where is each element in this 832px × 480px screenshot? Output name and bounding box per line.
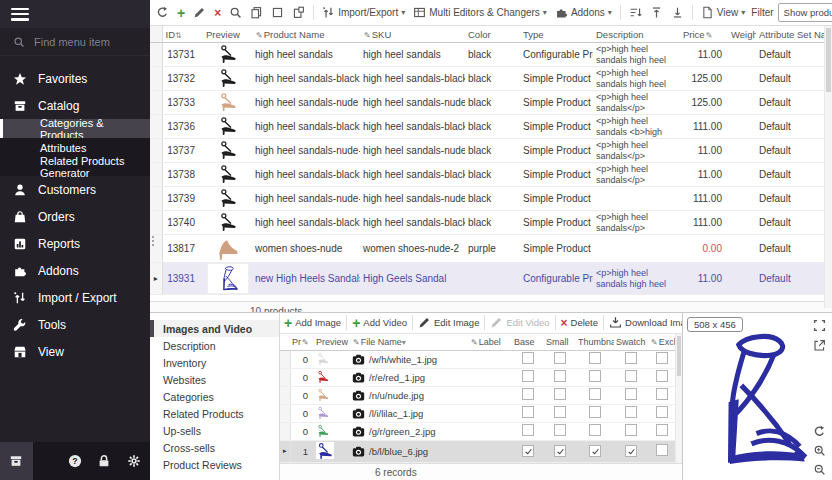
swatch-checkbox[interactable] bbox=[625, 352, 637, 364]
zoom-out-button[interactable] bbox=[812, 462, 827, 477]
swatch-checkbox[interactable] bbox=[625, 406, 637, 418]
column-header-sku[interactable]: ✎SKU bbox=[360, 26, 465, 43]
thumbnail-checkbox[interactable] bbox=[589, 352, 601, 364]
sort-button[interactable] bbox=[627, 4, 644, 21]
base-checkbox[interactable] bbox=[522, 352, 534, 364]
image-grid-scrollbar[interactable] bbox=[675, 334, 682, 463]
square-button[interactable] bbox=[269, 4, 286, 21]
move-up-button[interactable] bbox=[648, 4, 665, 21]
base-checkbox[interactable] bbox=[522, 445, 534, 457]
sidebar-item-categories-products[interactable]: Categories & Products bbox=[0, 119, 150, 138]
copy-button[interactable] bbox=[248, 4, 265, 21]
swatch-checkbox[interactable] bbox=[625, 424, 637, 436]
sidebar-item-addons[interactable]: Addons bbox=[0, 257, 150, 284]
delete-button[interactable]: ×Delete bbox=[561, 317, 598, 328]
menu-multi-editors-changers[interactable]: Multi Editors & Changers▾ bbox=[411, 4, 549, 21]
sidebar-item-import-export[interactable]: Import / Export bbox=[0, 284, 150, 311]
base-checkbox[interactable] bbox=[522, 406, 534, 418]
image-column-header-swatch[interactable]: Swatch bbox=[614, 334, 648, 351]
tab-cross-sells[interactable]: Cross-sells bbox=[150, 439, 279, 456]
product-row[interactable]: 13733high heel sandals-nudehigh heel san… bbox=[150, 91, 825, 115]
image-row[interactable]: 0/r/e/red_1.jpg bbox=[280, 368, 676, 386]
view-menu[interactable]: View▾ bbox=[699, 4, 748, 21]
refresh-button[interactable] bbox=[812, 424, 827, 439]
column-header-color[interactable]: Color bbox=[465, 26, 520, 43]
small-checkbox[interactable] bbox=[554, 424, 566, 436]
menu-import-export[interactable]: Import/Export▾ bbox=[320, 4, 407, 21]
product-row[interactable]: 13732high heel sandals-blackhigh heel sa… bbox=[150, 67, 825, 91]
image-column-header-label[interactable]: ✎Label bbox=[468, 334, 512, 351]
sidebar-item-tools[interactable]: Tools bbox=[0, 311, 150, 338]
product-row[interactable]: 13737high heel sandals-nude-36high heel … bbox=[150, 139, 825, 163]
plus-button[interactable]: + bbox=[175, 6, 187, 20]
search-button[interactable] bbox=[227, 4, 244, 21]
image-column-header-thumbna[interactable]: Thumbna bbox=[576, 334, 614, 351]
refresh-button[interactable] bbox=[154, 4, 171, 21]
sidebar-item-favorites[interactable]: Favorites bbox=[0, 65, 150, 92]
menu-toggle-icon[interactable] bbox=[11, 8, 29, 21]
panel-splitter-handle[interactable] bbox=[150, 228, 155, 254]
category-filter-select[interactable]: Show products from selected categories▾ bbox=[778, 3, 832, 22]
move-down-button[interactable] bbox=[669, 4, 686, 21]
small-checkbox[interactable] bbox=[554, 388, 566, 400]
image-column-header-base[interactable]: Base bbox=[512, 334, 544, 351]
exclude-checkbox[interactable] bbox=[656, 370, 668, 382]
product-row[interactable]: 13738high heel sandals-black-37high heel… bbox=[150, 163, 825, 187]
sidebar-item-orders[interactable]: Orders bbox=[0, 203, 150, 230]
swatch-checkbox[interactable] bbox=[625, 370, 637, 382]
product-row[interactable]: 13731high heel sandalshigh heel sandalsb… bbox=[150, 43, 825, 67]
sidebar-bottom-archive-button[interactable] bbox=[0, 442, 33, 480]
exclude-checkbox[interactable] bbox=[656, 406, 668, 418]
product-row[interactable]: 13736high heel sandals-black-36high heel… bbox=[150, 115, 825, 139]
sidebar-item-related-products-generator[interactable]: Related Products Generator bbox=[0, 157, 150, 176]
column-header-weight[interactable]: Weight bbox=[728, 26, 756, 43]
tab-websites[interactable]: Websites bbox=[150, 371, 279, 388]
column-header-id[interactable]: ID⇅ bbox=[162, 26, 203, 43]
thumbnail-checkbox[interactable] bbox=[589, 406, 601, 418]
column-header-type[interactable]: Type bbox=[520, 26, 593, 43]
product-row[interactable]: 13817women shoes-nudewomen shoes-nude-2p… bbox=[150, 235, 825, 263]
sidebar-bottom-gear-button[interactable] bbox=[120, 442, 148, 480]
product-grid-scrollbar[interactable] bbox=[824, 26, 832, 308]
column-header-attribute-set-name[interactable]: Attribute Set Name bbox=[756, 26, 825, 43]
product-row[interactable]: ▸13931new High Heels SandalsHigh Geels S… bbox=[150, 263, 825, 295]
external-button[interactable] bbox=[812, 338, 827, 353]
small-checkbox[interactable] bbox=[554, 406, 566, 418]
sidebar-bottom-lock-button[interactable] bbox=[90, 442, 118, 480]
image-column-header-file-name[interactable]: ✎File Name▾ bbox=[350, 334, 468, 351]
sidebar-item-view[interactable]: View bbox=[0, 338, 150, 365]
tab-categories[interactable]: Categories bbox=[150, 388, 279, 405]
edit-image-button[interactable]: Edit Image bbox=[418, 316, 479, 329]
product-row[interactable]: 13740high heel sandals-black-38high heel… bbox=[150, 211, 825, 235]
tab-related-products[interactable]: Related Products bbox=[150, 405, 279, 422]
image-column-header-pr[interactable]: Pr✎ bbox=[290, 334, 314, 351]
base-checkbox[interactable] bbox=[522, 424, 534, 436]
image-row[interactable]: 0/n/u/nude.jpg bbox=[280, 386, 676, 404]
base-checkbox[interactable] bbox=[522, 370, 534, 382]
image-row[interactable]: 0/g/r/green_2.jpg bbox=[280, 422, 676, 440]
thumbnail-checkbox[interactable] bbox=[589, 370, 601, 382]
column-header-preview[interactable]: Preview bbox=[203, 26, 252, 43]
image-column-header-small[interactable]: Small bbox=[544, 334, 576, 351]
sidebar-item-customers[interactable]: Customers bbox=[0, 176, 150, 203]
x-button[interactable]: × bbox=[212, 6, 223, 20]
paste-button[interactable] bbox=[290, 4, 307, 21]
product-row[interactable]: 13739high heel sandals-nude-37high heel … bbox=[150, 187, 825, 211]
pencil-button[interactable] bbox=[191, 4, 208, 21]
thumbnail-checkbox[interactable] bbox=[589, 445, 601, 457]
download-image-button[interactable]: Download Image bbox=[609, 316, 682, 329]
exclude-checkbox[interactable] bbox=[656, 388, 668, 400]
add-video-button[interactable]: +Add Video bbox=[352, 317, 407, 328]
tab-inventory[interactable]: Inventory bbox=[150, 354, 279, 371]
image-row[interactable]: 0/w/h/white_1.jpg bbox=[280, 350, 676, 368]
exclude-checkbox[interactable] bbox=[656, 444, 668, 456]
image-row[interactable]: 0/l/i/lilac_1.jpg bbox=[280, 404, 676, 422]
thumbnail-checkbox[interactable] bbox=[589, 388, 601, 400]
small-checkbox[interactable] bbox=[554, 352, 566, 364]
swatch-checkbox[interactable] bbox=[625, 445, 637, 457]
tab-up-sells[interactable]: Up-sells bbox=[150, 422, 279, 439]
column-header-description[interactable]: Description bbox=[593, 26, 680, 43]
add-image-button[interactable]: +Add Image bbox=[284, 317, 341, 328]
expand-button[interactable] bbox=[812, 318, 827, 333]
image-column-header-exclude[interactable]: ✎Exclude bbox=[648, 334, 676, 351]
